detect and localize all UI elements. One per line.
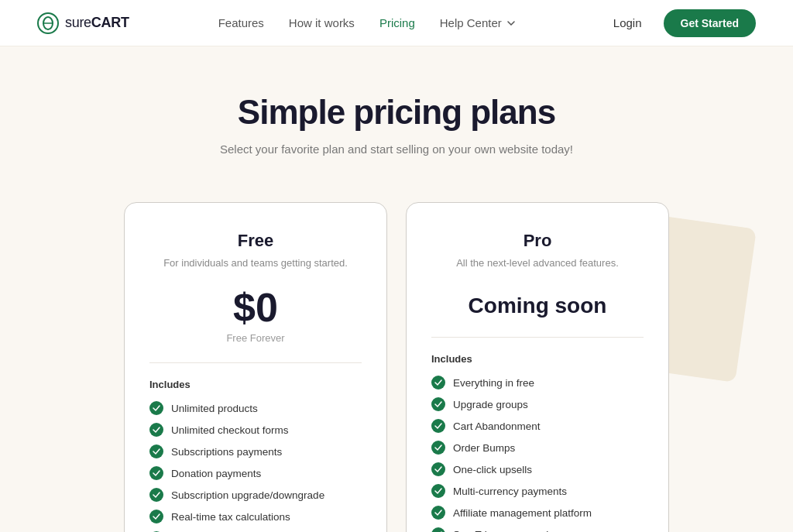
pro-features-list: Everything in free Upgrade groups Cart A… [431, 376, 644, 532]
free-includes-label: Includes [149, 379, 362, 390]
list-item: SureTriggers upgrade [431, 527, 644, 532]
nav-right: Login Get Started [604, 9, 756, 37]
check-icon [149, 423, 163, 437]
pro-plan-card: Pro All the next-level advanced features… [406, 202, 669, 532]
free-plan-card: Free For individuals and teams getting s… [124, 202, 387, 532]
nav-item-pricing[interactable]: Pricing [379, 16, 415, 30]
free-plan-price-label: Free Forever [149, 332, 362, 344]
pro-plan-title: Pro [431, 231, 644, 251]
check-icon [431, 527, 445, 532]
hero-subtitle: Select your favorite plan and start sell… [15, 142, 778, 156]
list-item: Unlimited checkout forms [149, 423, 362, 437]
free-plan-price-block: $0 [149, 287, 362, 328]
surecart-logo-icon [37, 12, 59, 34]
check-icon [431, 506, 445, 520]
free-plan-title: Free [149, 231, 362, 251]
check-icon [431, 419, 445, 433]
nav-item-features[interactable]: Features [218, 16, 264, 30]
list-item: Subscriptions payments [149, 444, 362, 458]
nav-item-helpcenter[interactable]: Help Center [440, 16, 515, 29]
pro-plan-subtitle: All the next-level advanced features. [431, 257, 644, 269]
nav-links: Features How it works Pricing Help Cente… [218, 16, 515, 30]
list-item: Affiliate management platform [431, 506, 644, 520]
nav-get-started-button[interactable]: Get Started [664, 9, 756, 37]
hero-section: Simple pricing plans Select your favorit… [0, 46, 793, 187]
divider [149, 362, 362, 363]
check-icon [149, 401, 163, 415]
free-features-list: Unlimited products Unlimited checkout fo… [149, 401, 362, 532]
logo-text: sureCART [65, 15, 129, 31]
list-item: Real-time tax calculations [149, 510, 362, 523]
check-icon [431, 484, 445, 498]
page-title: Simple pricing plans [15, 93, 778, 132]
list-item: Everything in free [431, 376, 644, 390]
check-icon [431, 441, 445, 455]
nav-item-howitworks[interactable]: How it works [289, 16, 355, 30]
free-plan-price: $0 [233, 285, 278, 330]
check-icon [149, 444, 163, 458]
navigation: sureCART Features How it works Pricing H… [0, 0, 793, 46]
list-item: Multi-currency payments [431, 484, 644, 498]
list-item: Subscription upgrade/downgrade [149, 488, 362, 502]
logo[interactable]: sureCART [37, 12, 129, 34]
check-icon [431, 397, 445, 411]
list-item: Upgrade groups [431, 397, 644, 411]
pricing-section: Free For individuals and teams getting s… [0, 187, 793, 532]
list-item: Order Bumps [431, 441, 644, 455]
pro-includes-label: Includes [431, 353, 644, 365]
list-item: Donation payments [149, 466, 362, 480]
check-icon [149, 466, 163, 480]
check-icon [149, 488, 163, 502]
free-plan-subtitle: For individuals and teams getting starte… [149, 257, 362, 269]
coming-soon-label: Coming soon [431, 293, 644, 318]
list-item: Unlimited products [149, 401, 362, 415]
check-icon [149, 510, 163, 523]
list-item: Cart Abandonment [431, 419, 644, 433]
check-icon [431, 462, 445, 476]
chevron-down-icon [507, 21, 515, 26]
login-button[interactable]: Login [604, 10, 651, 36]
check-icon [431, 376, 445, 390]
divider [431, 337, 644, 338]
list-item: One-click upsells [431, 462, 644, 476]
